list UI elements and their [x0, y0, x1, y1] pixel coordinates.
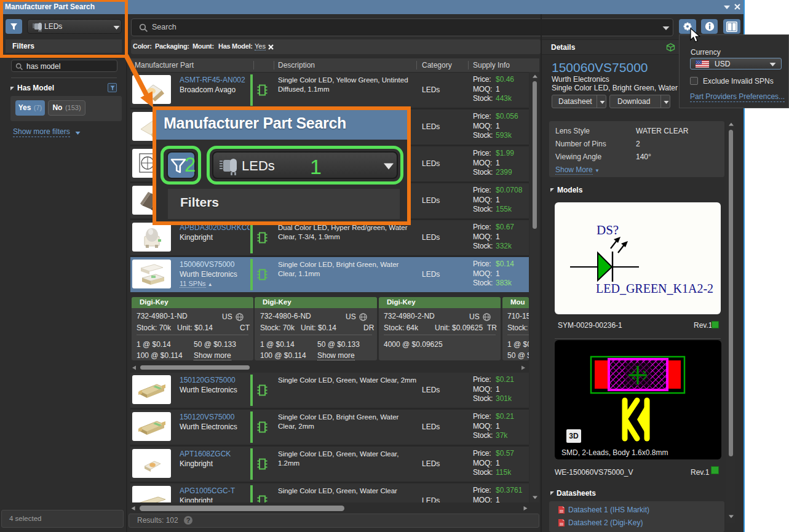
svg-text:LED_GREEN_K1A2-2: LED_GREEN_K1A2-2: [596, 282, 713, 295]
svg-text:DS?: DS?: [597, 223, 619, 237]
